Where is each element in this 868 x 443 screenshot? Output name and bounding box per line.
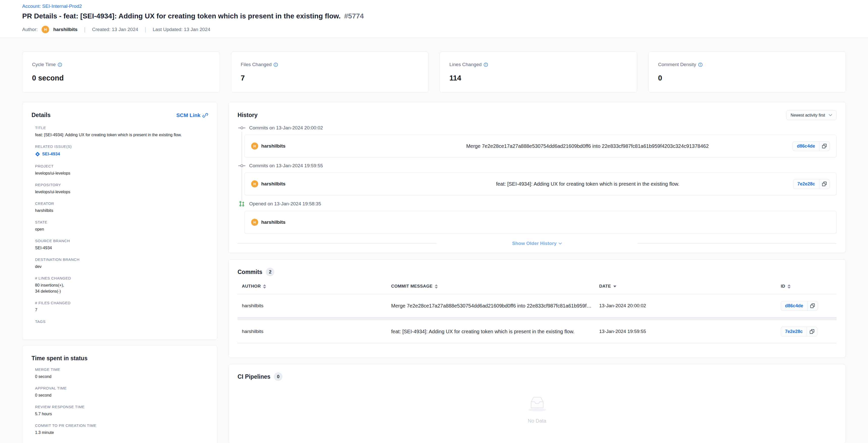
empty-box-icon	[525, 393, 549, 412]
commit-hash-badge[interactable]: 7e2e28c	[793, 179, 819, 189]
field-files-changed: # FILES CHANGED 7	[35, 301, 208, 313]
git-pull-request-icon	[238, 201, 246, 207]
metric-label: Files Changed	[241, 62, 272, 67]
commits-count-badge: 2	[266, 268, 274, 276]
commit-hash-badge[interactable]: 7e2e28c	[781, 327, 807, 336]
field-label: COMMIT TO PR CREATION TIME	[35, 423, 208, 427]
issue-diamond-icon	[35, 152, 40, 157]
cell-author: harshilbits	[242, 303, 391, 308]
column-header-author[interactable]: AUTHOR	[242, 284, 391, 289]
metric-card-cycle-time: Cycle Time 0 second	[22, 52, 220, 93]
table-row[interactable]: harshilbits Merge 7e2e28ce17a27a888e5307…	[238, 294, 836, 317]
table-row[interactable]: harshilbits feat: [SEI-4934]: Adding UX …	[238, 320, 836, 343]
field-label: RELATED ISSUE(S)	[35, 144, 208, 149]
no-data-text: No Data	[525, 418, 549, 424]
copy-button[interactable]	[819, 179, 830, 189]
account-breadcrumb-link[interactable]: Account: SEI-Internal-Prod2	[22, 3, 82, 9]
timeline-event-label: Commits on 13-Jan-2024 20:00:02	[238, 125, 836, 131]
pr-details-page: Account: SEI-Internal-Prod2 PR Details -…	[0, 0, 868, 443]
field-label: TITLE	[35, 126, 208, 130]
field-commit-to-pr-time: COMMIT TO PR CREATION TIME 1.3 minute	[35, 423, 208, 436]
info-icon[interactable]	[698, 63, 703, 67]
field-label: DESTINATION BRANCH	[35, 257, 208, 262]
commits-heading: Commits	[238, 269, 262, 275]
field-value: 1.3 minute	[35, 430, 208, 436]
history-sort-select[interactable]: Newest activity first	[786, 110, 836, 120]
divider: |	[82, 26, 88, 33]
metric-label: Comment Density	[658, 62, 696, 67]
field-destination-branch: DESTINATION BRANCH dev	[35, 257, 208, 270]
commit-message: feat: [SEI-4934]: Adding UX for creating…	[382, 181, 793, 187]
ci-pipelines-count-badge: 0	[274, 372, 282, 381]
field-related-issues: RELATED ISSUE(S) SEI-4934	[35, 144, 208, 158]
field-title: TITLE feat: [SEI-4934]: Adding UX for cr…	[35, 126, 208, 138]
field-project: PROJECT levelops/ui-levelops	[35, 164, 208, 176]
info-icon[interactable]	[58, 63, 62, 67]
related-issue-link[interactable]: SEI-4934	[35, 152, 60, 157]
git-commit-icon	[238, 126, 246, 130]
history-panel: History Newest activity first Commits on…	[228, 102, 846, 253]
divider	[238, 243, 436, 244]
copy-button[interactable]	[819, 141, 830, 151]
metric-card-comment-density: Comment Density 0	[648, 52, 846, 93]
field-label: # LINES CHANGED	[35, 276, 208, 280]
cell-id: 7e2e28c	[781, 327, 836, 336]
field-value: 80 insertions(+),	[35, 282, 208, 288]
timeline-event-text: Opened on 13-Jan-2024 19:58:35	[249, 201, 321, 207]
field-label: PROJECT	[35, 164, 208, 168]
show-older-history-label: Show Older History	[512, 241, 557, 246]
divider: |	[142, 26, 149, 33]
commit-author: harshilbits	[261, 219, 285, 225]
field-merge-time: MERGE TIME 0 second	[35, 367, 208, 380]
cell-date: 13-Jan-2024 19:59:55	[599, 329, 781, 334]
field-state: STATE open	[35, 220, 208, 232]
column-header-id[interactable]: ID	[781, 284, 836, 289]
field-label: CREATOR	[35, 201, 208, 206]
details-panel: Details SCM Link TITLE feat: [SEI-4934]:…	[22, 102, 217, 340]
copy-button[interactable]	[807, 301, 818, 311]
field-label: APPROVAL TIME	[35, 386, 208, 390]
field-value: harshilbits	[35, 208, 208, 214]
field-value: open	[35, 226, 208, 232]
show-older-history-row: Show Older History	[238, 241, 836, 246]
metric-value: 114	[450, 74, 627, 82]
metric-card-lines-changed: Lines Changed 114	[439, 52, 637, 93]
field-value: levelops/ui-levelops	[35, 189, 208, 195]
field-label: STATE	[35, 220, 208, 224]
commit-author: harshilbits	[261, 143, 285, 149]
time-spent-panel: Time spent in status MERGE TIME 0 second…	[22, 345, 217, 443]
column-header-date[interactable]: DATE	[599, 284, 781, 289]
copy-button[interactable]	[807, 327, 817, 336]
cell-date: 13-Jan-2024 20:00:02	[599, 303, 781, 308]
field-value: 5.7 hours	[35, 411, 208, 417]
field-value: 7	[35, 307, 208, 313]
field-value: 0 second	[35, 392, 208, 398]
timeline-event-text: Commits on 13-Jan-2024 19:59:55	[249, 163, 323, 169]
info-icon[interactable]	[484, 63, 488, 67]
metric-card-files-changed: Files Changed 7	[231, 52, 429, 93]
sort-carets-icon	[263, 284, 266, 289]
author-name: harshilbits	[53, 27, 78, 32]
author-label: Author:	[22, 27, 38, 32]
field-label: SOURCE BRANCH	[35, 239, 208, 243]
details-heading: Details	[32, 112, 51, 119]
commit-hash-badge[interactable]: d86c4de	[793, 141, 819, 151]
info-icon[interactable]	[274, 63, 278, 67]
updated-date: Last Updated: 13 Jan 2024	[153, 27, 210, 32]
avatar: H	[251, 143, 258, 150]
field-creator: CREATOR harshilbits	[35, 201, 208, 214]
commit-message: Merge 7e2e28ce17a27a888e530754dd6ad21609…	[382, 143, 793, 149]
commits-panel: Commits 2 AUTHOR COMMIT MESSAGE DATE ID …	[228, 259, 846, 358]
sort-carets-icon	[435, 284, 438, 289]
show-older-history-button[interactable]: Show Older History	[512, 241, 562, 246]
commit-author: harshilbits	[261, 181, 285, 187]
commit-hash-badge[interactable]: d86c4de	[781, 301, 807, 311]
field-value: levelops/ui-levelops	[35, 170, 208, 176]
empty-state: No Data	[525, 393, 549, 424]
history-sort-value: Newest activity first	[790, 113, 825, 118]
divider	[638, 243, 836, 244]
metric-value: 7	[241, 74, 419, 82]
column-header-message[interactable]: COMMIT MESSAGE	[391, 284, 599, 289]
scm-link[interactable]: SCM Link	[176, 112, 208, 118]
timeline-event-label: Commits on 13-Jan-2024 19:59:55	[238, 163, 836, 169]
